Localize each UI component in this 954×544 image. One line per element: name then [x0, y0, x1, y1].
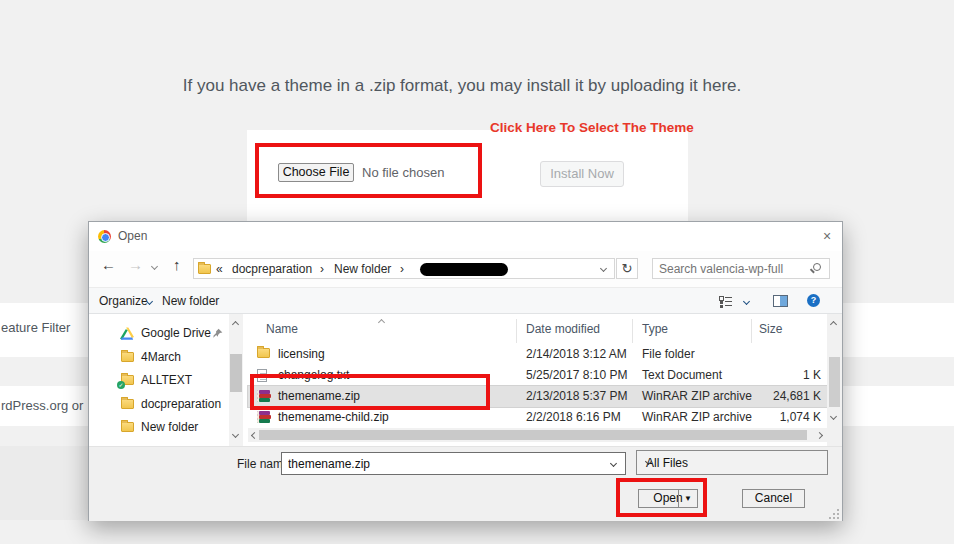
annotation-text: Click Here To Select The Theme [490, 120, 694, 135]
search-box[interactable] [652, 258, 830, 279]
new-folder-button[interactable]: New folder [162, 294, 219, 308]
dialog-footer: File name: All Files Open ▼ Cancel [89, 446, 842, 521]
sidebar-item-alltext[interactable]: ✓ ALLTEXT [89, 370, 227, 392]
wordpress-partial-text: rdPress.org or [1, 398, 83, 413]
column-divider[interactable] [516, 319, 517, 343]
install-now-button[interactable]: Install Now [540, 161, 624, 187]
resize-grip[interactable] [829, 509, 839, 519]
file-row-themename-child[interactable]: themename-child.zip 2/2/2018 6:16 PM Win… [248, 407, 827, 428]
sidebar-item-new-folder[interactable]: New folder [89, 417, 227, 439]
folder-icon [257, 348, 270, 358]
dialog-titlebar[interactable]: Open × [89, 222, 842, 251]
view-details-icon[interactable] [719, 296, 732, 307]
file-type-value: All Files [646, 456, 688, 470]
column-divider[interactable] [632, 319, 633, 343]
recent-locations-icon[interactable] [151, 263, 158, 270]
column-header-date[interactable]: Date modified [526, 322, 600, 336]
feature-filter-partial-text: eature Filter [1, 320, 70, 335]
winrar-zip-icon [257, 411, 270, 424]
combo-dropdown-icon[interactable] [610, 460, 617, 467]
annotation-box-choose-file [255, 143, 482, 198]
open-file-dialog: Open × ← → ↑ « docpreparation › New fold… [88, 221, 843, 521]
back-icon[interactable]: ← [101, 256, 116, 273]
address-bar[interactable]: « docpreparation › New folder › [193, 258, 615, 279]
redacted-breadcrumb-item [420, 263, 508, 276]
google-drive-icon [120, 327, 134, 340]
column-header-name[interactable]: Name [266, 322, 298, 336]
view-dropdown-icon[interactable] [743, 298, 750, 305]
chrome-icon [98, 230, 111, 243]
dialog-toolbar: Organize New folder ? [89, 287, 842, 314]
sidebar-item-google-drive[interactable]: Google Drive [89, 323, 227, 345]
column-header-type[interactable]: Type [642, 322, 668, 336]
file-name-combobox[interactable] [281, 452, 626, 475]
file-row-licensing[interactable]: licensing 2/14/2018 3:12 AM File folder [248, 344, 827, 365]
refresh-button[interactable]: ↻ [616, 258, 638, 279]
breadcrumb-item-docpreparation[interactable]: docpreparation [232, 262, 312, 276]
search-input[interactable] [659, 260, 809, 277]
search-icon [813, 263, 821, 271]
sync-check-icon: ✓ [117, 381, 125, 389]
annotation-box-open [616, 478, 707, 517]
list-scrollbar-thumb[interactable] [829, 357, 840, 407]
column-divider[interactable] [751, 319, 752, 343]
folder-icon [121, 352, 134, 362]
file-name-input[interactable] [288, 455, 598, 472]
bg-gray-band [0, 446, 88, 520]
scroll-right-icon[interactable] [816, 432, 823, 439]
folder-icon [198, 264, 211, 274]
up-icon[interactable]: ↑ [173, 256, 181, 273]
folder-icon [121, 422, 134, 432]
sidebar-item-4march[interactable]: 4March [89, 347, 227, 369]
cancel-button[interactable]: Cancel [742, 489, 805, 508]
dialog-title: Open [118, 229, 147, 243]
dialog-navrow: ← → ↑ « docpreparation › New folder › ↻ [89, 251, 842, 287]
forward-icon[interactable]: → [128, 256, 143, 273]
sidebar-scrollbar-thumb[interactable] [230, 354, 242, 392]
file-type-select[interactable]: All Files [636, 450, 828, 475]
h-scrollbar-thumb[interactable] [259, 430, 807, 440]
pin-icon [213, 328, 223, 338]
help-icon[interactable]: ? [807, 294, 820, 307]
scroll-left-icon[interactable] [251, 432, 258, 439]
breadcrumb-separator: › [320, 262, 324, 276]
breadcrumb-overflow[interactable]: « [216, 262, 223, 276]
sidebar-item-docpreparation[interactable]: docpreparation [89, 394, 227, 416]
list-horizontal-scrollbar[interactable] [248, 428, 827, 442]
page-title: If you have a theme in a .zip format, yo… [0, 76, 924, 96]
screen: eature Filter rdPress.org or If you have… [0, 0, 954, 544]
breadcrumb-separator: › [400, 262, 404, 276]
organize-menu[interactable]: Organize [99, 294, 148, 308]
column-header-size[interactable]: Size [759, 322, 782, 336]
preview-pane-icon[interactable] [773, 295, 788, 307]
close-icon[interactable]: × [816, 226, 838, 246]
folder-icon [121, 399, 134, 409]
annotation-box-themename [250, 374, 490, 410]
address-dropdown-icon[interactable] [600, 265, 607, 272]
breadcrumb-item-new-folder[interactable]: New folder [334, 262, 391, 276]
